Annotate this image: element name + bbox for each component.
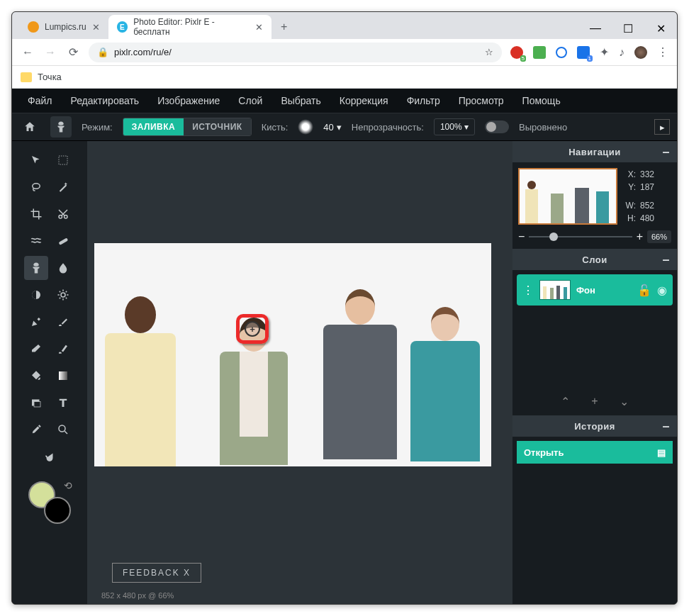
ext-icon-2[interactable] bbox=[533, 46, 546, 59]
marquee-tool[interactable] bbox=[51, 148, 75, 172]
history-item[interactable]: Открыть ▤ bbox=[517, 441, 673, 464]
list-icon: ▤ bbox=[657, 447, 666, 458]
layer-down-button[interactable]: ⌄ bbox=[620, 395, 629, 408]
history-title: История bbox=[574, 421, 615, 432]
aligned-label: Выровнено bbox=[519, 122, 567, 133]
mode-fill[interactable]: ЗАЛИВКА bbox=[123, 118, 184, 135]
swap-colors-icon[interactable]: ⟲ bbox=[64, 480, 72, 491]
close-button[interactable]: ✕ bbox=[644, 18, 677, 39]
minimize-button[interactable]: — bbox=[579, 18, 612, 39]
brush-preview[interactable] bbox=[298, 119, 313, 135]
clone-tool-indicator[interactable] bbox=[50, 116, 72, 138]
dodge-tool[interactable] bbox=[24, 283, 48, 307]
menu-edit[interactable]: Редактировать bbox=[62, 91, 147, 111]
back-button[interactable]: ← bbox=[21, 46, 35, 59]
layer-row[interactable]: ⋮ Фон 🔓 ◉ bbox=[517, 274, 673, 306]
menu-icon[interactable]: ⋮ bbox=[657, 45, 668, 59]
layer-add-button[interactable]: + bbox=[591, 395, 598, 408]
panels: Навигации – X:332 Y bbox=[512, 141, 677, 604]
eraser-tool[interactable] bbox=[24, 337, 48, 361]
canvas-image[interactable]: + bbox=[94, 243, 491, 466]
ext-icon-4[interactable]: 1 bbox=[577, 46, 590, 59]
brush-size[interactable]: 40▾ bbox=[323, 122, 341, 133]
aligned-toggle[interactable] bbox=[485, 121, 509, 133]
fill-tool[interactable] bbox=[24, 364, 48, 388]
sponge-tool[interactable] bbox=[51, 283, 75, 307]
menu-file[interactable]: Файл bbox=[19, 91, 60, 111]
close-icon[interactable]: ✕ bbox=[255, 22, 263, 33]
background-color[interactable] bbox=[44, 497, 71, 524]
eyedropper-tool[interactable] bbox=[24, 418, 48, 442]
move-tool[interactable] bbox=[24, 148, 48, 172]
menu-view[interactable]: Просмотр bbox=[450, 91, 512, 111]
cut-tool[interactable] bbox=[51, 202, 75, 226]
brush-tool[interactable] bbox=[51, 310, 75, 334]
puzzle-icon[interactable]: ✦ bbox=[600, 45, 609, 59]
menu-filter[interactable]: Фильтр bbox=[398, 91, 449, 111]
wand-tool[interactable] bbox=[51, 175, 75, 199]
tab-pixlr[interactable]: E Photo Editor: Pixlr E - бесплатн ✕ bbox=[108, 15, 271, 39]
history-panel: Открыть ▤ bbox=[512, 437, 677, 468]
lasso-tool[interactable] bbox=[24, 175, 48, 199]
zoom-slider-row: − + 66% bbox=[518, 230, 671, 243]
liquify-tool[interactable] bbox=[24, 229, 48, 253]
menu-adjust[interactable]: Коррекция bbox=[331, 91, 397, 111]
ext-icon-1[interactable]: 5 bbox=[510, 46, 523, 59]
nav-panel-header: Навигации – bbox=[512, 141, 677, 162]
scene bbox=[94, 243, 491, 466]
minimize-icon[interactable]: – bbox=[662, 252, 670, 267]
crosshair-icon: + bbox=[245, 321, 260, 337]
lock-icon[interactable]: 🔓 bbox=[637, 284, 651, 297]
menu-layer[interactable]: Слой bbox=[230, 91, 271, 111]
shape-tool[interactable] bbox=[24, 391, 48, 415]
hand-tool[interactable] bbox=[38, 444, 62, 469]
layer-up-button[interactable]: ⌃ bbox=[561, 395, 570, 408]
zoom-out-button[interactable]: − bbox=[518, 230, 525, 243]
zoom-tool[interactable] bbox=[51, 418, 75, 442]
minimize-icon[interactable]: – bbox=[662, 419, 670, 434]
zoom-slider[interactable] bbox=[529, 236, 632, 237]
svg-point-6 bbox=[61, 293, 65, 297]
mode-segment: ЗАЛИВКА ИСТОЧНИК bbox=[123, 118, 252, 136]
crop-tool[interactable] bbox=[24, 202, 48, 226]
layer-name: Фон bbox=[576, 285, 632, 296]
forward-button[interactable]: → bbox=[43, 46, 57, 59]
maximize-button[interactable]: ☐ bbox=[612, 18, 644, 39]
visibility-icon[interactable]: ◉ bbox=[657, 284, 667, 297]
address-bar: ← → ⟳ 🔒 pixlr.com/ru/e/ ☆ 5 1 ✦ ♪ ⋮ bbox=[12, 39, 677, 66]
tab-title: Photo Editor: Pixlr E - бесплатн bbox=[133, 17, 250, 37]
clone-tool[interactable] bbox=[24, 256, 48, 280]
fillbrush-tool[interactable] bbox=[51, 337, 75, 361]
feedback-button[interactable]: FEEDBACK X bbox=[112, 563, 201, 583]
expand-panels-button[interactable]: ▸ bbox=[654, 119, 670, 135]
blur-tool[interactable] bbox=[51, 256, 75, 280]
bookmark-item[interactable]: Точка bbox=[38, 72, 62, 82]
avatar[interactable] bbox=[634, 46, 647, 59]
menu-help[interactable]: Помощь bbox=[514, 91, 569, 111]
tab-lumpics[interactable]: Lumpics.ru ✕ bbox=[19, 15, 108, 39]
close-icon[interactable]: ✕ bbox=[92, 22, 100, 33]
new-tab-button[interactable]: + bbox=[274, 17, 294, 37]
y-value: 187 bbox=[640, 181, 654, 194]
nav-thumbnail[interactable] bbox=[518, 168, 617, 225]
zoom-value[interactable]: 66% bbox=[647, 230, 671, 243]
url-field[interactable]: 🔒 pixlr.com/ru/e/ ☆ bbox=[89, 43, 502, 62]
ext-icon-3[interactable] bbox=[556, 47, 567, 58]
reload-button[interactable]: ⟳ bbox=[66, 45, 80, 59]
menu-select[interactable]: Выбрать bbox=[272, 91, 329, 111]
star-icon[interactable]: ☆ bbox=[485, 47, 493, 57]
zoom-in-button[interactable]: + bbox=[637, 230, 643, 243]
pen-tool[interactable] bbox=[24, 310, 48, 334]
music-icon[interactable]: ♪ bbox=[619, 46, 624, 59]
gradient-tool[interactable] bbox=[51, 364, 75, 388]
opacity-value[interactable]: 100% ▾ bbox=[434, 118, 475, 135]
text-tool[interactable] bbox=[51, 391, 75, 415]
drag-icon[interactable]: ⋮ bbox=[522, 284, 534, 297]
tool-options-bar: Режим: ЗАЛИВКА ИСТОЧНИК Кисть: 40▾ Непро… bbox=[12, 113, 677, 141]
history-panel-header: История – bbox=[512, 415, 677, 437]
minimize-icon[interactable]: – bbox=[662, 145, 670, 159]
heal-tool[interactable] bbox=[51, 229, 75, 253]
menu-image[interactable]: Изображение bbox=[149, 91, 228, 111]
mode-source[interactable]: ИСТОЧНИК bbox=[184, 118, 250, 135]
home-button[interactable] bbox=[19, 116, 40, 138]
